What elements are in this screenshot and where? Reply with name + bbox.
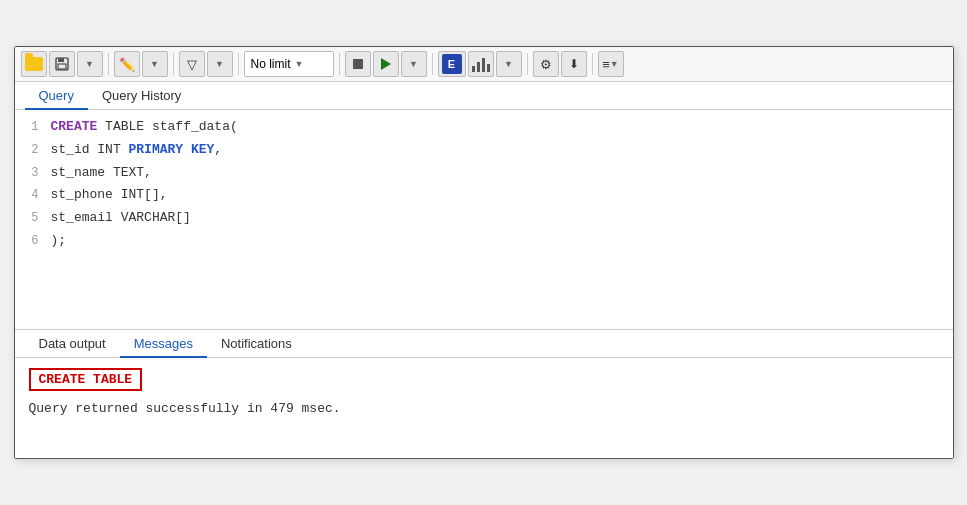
chevron-down-icon-4: ▼ [295, 59, 304, 69]
chevron-down-icon-2: ▼ [150, 59, 159, 69]
run-dropdown-button[interactable]: ▼ [401, 51, 427, 77]
chart-dropdown-button[interactable]: ▼ [496, 51, 522, 77]
tab-data-output[interactable]: Data output [25, 330, 120, 358]
separator-4 [339, 53, 340, 75]
create-table-badge: CREATE TABLE [29, 368, 143, 391]
filter-dropdown-button[interactable]: ▼ [207, 51, 233, 77]
filter-button[interactable]: ▽ [179, 51, 205, 77]
line-number-2: 2 [15, 141, 51, 160]
line-content-4: st_phone INT[], [51, 185, 953, 206]
open-file-button[interactable] [21, 51, 47, 77]
code-line-1: 1 CREATE TABLE staff_data( [15, 116, 953, 139]
chevron-down-icon: ▼ [85, 59, 94, 69]
code-line-3: 3 st_name TEXT, [15, 162, 953, 185]
stop-icon [353, 59, 363, 69]
list-icon: ≡ [602, 57, 610, 72]
download-button[interactable]: ⬇ [561, 51, 587, 77]
toolbar: ▼ ✏️ ▼ ▽ ▼ No limit ▼ [15, 47, 953, 82]
separator-1 [108, 53, 109, 75]
options-button[interactable]: ⚙ [533, 51, 559, 77]
edit-dropdown-button[interactable]: ▼ [142, 51, 168, 77]
separator-6 [527, 53, 528, 75]
gear-icon: ⚙ [540, 57, 552, 72]
main-window: ▼ ✏️ ▼ ▽ ▼ No limit ▼ [14, 46, 954, 459]
line-number-4: 4 [15, 186, 51, 205]
save-icon [55, 57, 69, 71]
chevron-down-icon-6: ▼ [504, 59, 513, 69]
run-button[interactable] [373, 51, 399, 77]
tab-query-history[interactable]: Query History [88, 82, 195, 110]
line-content-5: st_email VARCHAR[] [51, 208, 953, 229]
stop-button[interactable] [345, 51, 371, 77]
line-number-6: 6 [15, 232, 51, 251]
line-number-3: 3 [15, 164, 51, 183]
chevron-down-icon-5: ▼ [409, 59, 418, 69]
tab-messages[interactable]: Messages [120, 330, 207, 358]
line-content-2: st_id INT PRIMARY KEY, [51, 140, 953, 161]
play-icon [381, 58, 391, 70]
limit-label: No limit [251, 57, 291, 71]
pencil-icon: ✏️ [119, 57, 135, 72]
edit-button[interactable]: ✏️ [114, 51, 140, 77]
line-content-3: st_name TEXT, [51, 163, 953, 184]
save-button[interactable] [49, 51, 75, 77]
download-icon: ⬇ [569, 57, 579, 71]
limit-dropdown[interactable]: No limit ▼ [244, 51, 334, 77]
success-message: Query returned successfully in 479 msec. [29, 401, 939, 416]
chevron-down-icon-7: ▼ [610, 59, 619, 69]
code-line-5: 5 st_email VARCHAR[] [15, 207, 953, 230]
line-number-1: 1 [15, 118, 51, 137]
separator-5 [432, 53, 433, 75]
code-line-6: 6 ); [15, 230, 953, 253]
save-dropdown-button[interactable]: ▼ [77, 51, 103, 77]
folder-icon [25, 57, 43, 71]
line-content-6: ); [51, 231, 953, 252]
result-tab-bar: Data output Messages Notifications [15, 330, 953, 358]
code-line-4: 4 st_phone INT[], [15, 184, 953, 207]
tab-query[interactable]: Query [25, 82, 88, 110]
explain-button[interactable]: E [438, 51, 466, 77]
query-tab-bar: Query Query History [15, 82, 953, 110]
separator-7 [592, 53, 593, 75]
code-editor[interactable]: 1 CREATE TABLE staff_data( 2 st_id INT P… [15, 110, 953, 330]
list-button[interactable]: ≡ ▼ [598, 51, 624, 77]
chart-button[interactable] [468, 51, 494, 77]
line-content-1: CREATE TABLE staff_data( [51, 117, 953, 138]
separator-2 [173, 53, 174, 75]
tab-notifications[interactable]: Notifications [207, 330, 306, 358]
explain-icon: E [442, 54, 462, 74]
code-line-2: 2 st_id INT PRIMARY KEY, [15, 139, 953, 162]
separator-3 [238, 53, 239, 75]
svg-rect-2 [58, 64, 66, 69]
chart-icon [472, 56, 490, 72]
output-area: CREATE TABLE Query returned successfully… [15, 358, 953, 458]
keyword-create: CREATE [51, 119, 98, 134]
svg-rect-1 [58, 58, 64, 62]
chevron-down-icon-3: ▼ [215, 59, 224, 69]
line-number-5: 5 [15, 209, 51, 228]
filter-icon: ▽ [187, 57, 197, 72]
